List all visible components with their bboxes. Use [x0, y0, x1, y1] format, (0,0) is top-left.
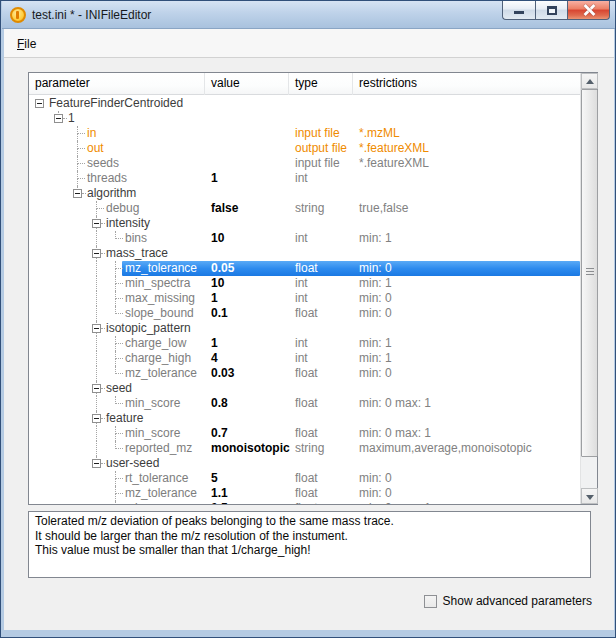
- param-name: bins: [125, 231, 147, 246]
- tree-connector-line: [115, 283, 123, 284]
- param-value: 0.8: [211, 396, 228, 411]
- scrollbar-down-button[interactable]: [581, 488, 598, 504]
- param-type: float: [295, 486, 318, 501]
- tree-row-out[interactable]: outoutput file*.featureXML: [29, 141, 580, 156]
- param-type: output file: [295, 141, 347, 156]
- column-header-parameter[interactable]: parameter: [29, 73, 205, 95]
- tree-row-FeatureFinderCentroided[interactable]: FeatureFinderCentroided: [29, 96, 580, 111]
- tree-row-in[interactable]: ininput file*.mzML: [29, 126, 580, 141]
- tree-row-intensity[interactable]: intensity: [29, 216, 580, 231]
- window-title: test.ini * - INIFileEditor: [32, 8, 151, 22]
- param-type: float: [295, 471, 318, 486]
- param-type: float: [295, 366, 318, 381]
- tree-connector-line: [82, 193, 86, 194]
- tree-guide-line: [96, 276, 97, 291]
- tree-connector-line: [115, 479, 116, 486]
- param-name: reported_mz: [125, 441, 192, 456]
- scroll-up-icon: [586, 79, 594, 84]
- tree-guide-line: [96, 366, 97, 381]
- tree-row-charge_high[interactable]: charge_high4intmin: 1: [29, 351, 580, 366]
- tree-connector-line: [115, 269, 116, 276]
- param-name: mz_tolerance: [125, 366, 197, 381]
- param-restrictions: *.featureXML: [359, 156, 429, 171]
- collapse-expander-icon[interactable]: [92, 249, 101, 258]
- tree-row-seed[interactable]: seed: [29, 381, 580, 396]
- tree-row-1[interactable]: 1: [29, 111, 580, 126]
- show-advanced-checkbox[interactable]: [424, 595, 437, 608]
- tree-row-mz_tolerance[interactable]: mz_tolerance1.1floatmin: 0: [29, 486, 580, 501]
- tree-row-charge_low[interactable]: charge_low1intmin: 1: [29, 336, 580, 351]
- collapse-expander-icon[interactable]: [92, 384, 101, 393]
- collapse-expander-icon[interactable]: [54, 114, 63, 123]
- param-name: min_score: [125, 501, 180, 504]
- tree-row-algorithm[interactable]: algorithm: [29, 186, 580, 201]
- tree-connector-line: [115, 434, 116, 441]
- tree-connector-line: [101, 388, 105, 389]
- tree-row-min_spectra[interactable]: min_spectra10intmin: 1: [29, 276, 580, 291]
- tree-row-isotopic_pattern[interactable]: isotopic_pattern: [29, 321, 580, 336]
- tree-connector-line: [101, 253, 105, 254]
- tree-row-feature[interactable]: feature: [29, 411, 580, 426]
- collapse-expander-icon[interactable]: [35, 99, 44, 108]
- tree-row-rt_tolerance[interactable]: rt_tolerance5floatmin: 0: [29, 471, 580, 486]
- param-name: 1: [68, 111, 75, 126]
- param-value: 10: [211, 276, 224, 291]
- param-name: FeatureFinderCentroided: [49, 96, 183, 111]
- param-name: max_missing: [125, 291, 195, 306]
- tree-guide-line: [96, 261, 97, 276]
- tree-row-debug[interactable]: debugfalsestringtrue,false: [29, 201, 580, 216]
- tree-row-reported_mz[interactable]: reported_mzmonoisotopicstringmaximum,ave…: [29, 441, 580, 456]
- param-value: 1: [211, 336, 218, 351]
- minimize-button[interactable]: [502, 1, 535, 20]
- tree-row-user-seed[interactable]: user-seed: [29, 456, 580, 471]
- scrollbar-thumb[interactable]: [581, 89, 598, 457]
- maximize-button[interactable]: [535, 1, 568, 20]
- tree-row-slope_bound[interactable]: slope_bound0.1floatmin: 0: [29, 306, 580, 321]
- column-header-type[interactable]: type: [289, 73, 353, 95]
- vertical-scrollbar[interactable]: [580, 73, 597, 504]
- param-name: seed: [106, 381, 132, 396]
- close-button[interactable]: [568, 1, 610, 20]
- collapse-expander-icon[interactable]: [92, 219, 101, 228]
- footer-bar: Show advanced parameters: [424, 593, 592, 609]
- param-name: charge_low: [125, 336, 186, 351]
- tree-row-max_missing[interactable]: max_missing1intmin: 0: [29, 291, 580, 306]
- tree-row-min_score[interactable]: min_score0.8floatmin: 0 max: 1: [29, 396, 580, 411]
- description-line: It should be larger than the m/z resolut…: [35, 529, 584, 544]
- tree-row-bins[interactable]: bins10intmin: 1: [29, 231, 580, 246]
- tree-connector-line: [115, 313, 123, 314]
- collapse-expander-icon[interactable]: [73, 189, 82, 198]
- tree-row-mass_trace[interactable]: mass_trace: [29, 246, 580, 261]
- tree-guide-line: [96, 291, 97, 306]
- tree-row-mz_tolerance[interactable]: mz_tolerance0.03floatmin: 0: [29, 366, 580, 381]
- collapse-expander-icon[interactable]: [92, 459, 101, 468]
- column-header-value[interactable]: value: [205, 73, 289, 95]
- tree-row-threads[interactable]: threads1int: [29, 171, 580, 186]
- tree-connector-line: [115, 298, 123, 299]
- param-name: charge_high: [125, 351, 191, 366]
- tree-row-min_score[interactable]: min_score0.7floatmin: 0 max: 1: [29, 426, 580, 441]
- column-header-restrictions[interactable]: restrictions: [353, 73, 580, 95]
- scrollbar-up-button[interactable]: [581, 73, 598, 89]
- tree-row-min_score[interactable]: min_score0.5floatmin: 0 max: 1: [29, 501, 580, 504]
- menu-file[interactable]: File: [10, 34, 43, 54]
- param-type: int: [295, 231, 308, 246]
- collapse-expander-icon[interactable]: [92, 414, 101, 423]
- collapse-expander-icon[interactable]: [92, 324, 101, 333]
- tree-connector-line: [115, 494, 116, 501]
- menubar: File: [4, 29, 614, 58]
- titlebar[interactable]: test.ini * - INIFileEditor: [2, 1, 616, 29]
- show-advanced-label[interactable]: Show advanced parameters: [443, 594, 592, 608]
- param-value: 0.03: [211, 366, 234, 381]
- param-value: 10: [211, 231, 224, 246]
- tree-row-mz_tolerance[interactable]: mz_tolerance0.05floatmin: 0: [29, 261, 580, 276]
- tree-row-seeds[interactable]: seedsinput file*.featureXML: [29, 156, 580, 171]
- param-type: float: [295, 306, 318, 321]
- close-icon: [583, 4, 595, 16]
- tree-connector-line: [115, 448, 123, 449]
- param-name: mz_tolerance: [125, 486, 197, 501]
- scrollbar-grip-icon: [586, 268, 594, 277]
- tree-connector-line: [96, 208, 104, 209]
- tree-guide-line: [96, 336, 97, 351]
- param-restrictions: min: 0: [359, 261, 392, 276]
